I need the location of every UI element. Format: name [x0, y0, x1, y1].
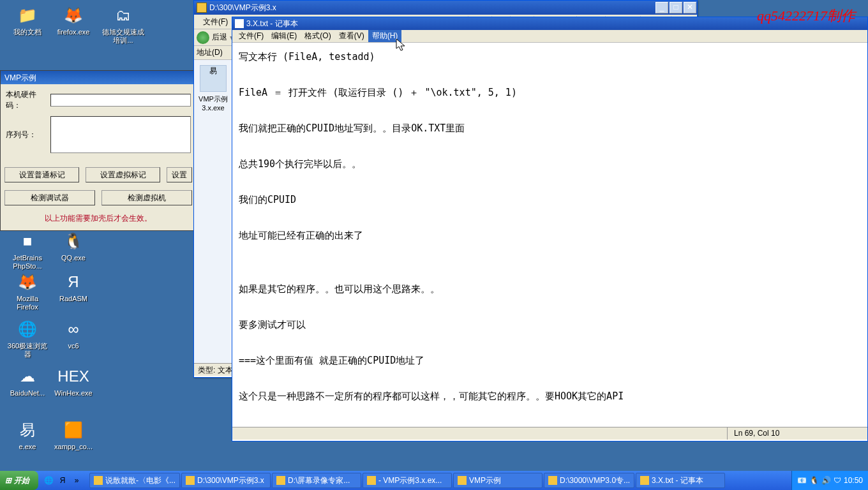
- ql-icon[interactable]: Я: [56, 473, 69, 487]
- clock[interactable]: 10:50: [844, 476, 863, 485]
- task-icon: [94, 476, 103, 485]
- app-icon: 🌐: [16, 318, 39, 341]
- vmp-dialog: VMP示例 本机硬件码： 序列号： 设置普通标记 设置虚拟标记 设置 检测调试器…: [0, 70, 197, 231]
- np-file-menu[interactable]: 文件(F): [235, 30, 267, 42]
- np-view-menu[interactable]: 查看(V): [335, 30, 368, 42]
- desktop-icon[interactable]: 🗂德旭交规速成培训...: [101, 4, 146, 45]
- app-icon: 🗂: [112, 4, 135, 27]
- tray-icon[interactable]: 🐧: [809, 476, 819, 485]
- icon-label: vc6: [51, 342, 96, 350]
- taskbar-task[interactable]: D:\屏幕录像专家...: [272, 473, 361, 488]
- ql-icon[interactable]: 🌐: [42, 473, 55, 487]
- ql-icon[interactable]: »: [70, 473, 83, 487]
- icon-label: firefox.exe: [51, 28, 96, 36]
- explorer-title-text: D:\300\VMP示例3.x: [209, 3, 276, 13]
- max-button[interactable]: □: [670, 2, 682, 13]
- back-label[interactable]: 后退: [212, 32, 227, 43]
- vmp-title[interactable]: VMP示例: [1, 71, 196, 84]
- task-icon: [548, 476, 557, 485]
- sn-label: 序列号：: [6, 130, 50, 140]
- file-menu[interactable]: 文件(F): [198, 15, 233, 29]
- tray-icon[interactable]: 🔊: [821, 476, 831, 485]
- task-label: 3.X.txt - 记事本: [652, 475, 703, 486]
- desktop-icon[interactable]: 📁我的文档: [5, 4, 50, 36]
- app-icon: 🦊: [16, 271, 39, 293]
- task-label: - VMP示例3.x.ex...: [378, 475, 442, 486]
- min-button[interactable]: _: [655, 2, 668, 13]
- tray-icon[interactable]: 📧: [797, 476, 807, 485]
- hw-input[interactable]: [50, 94, 191, 107]
- desktop-icon[interactable]: 🐧QQ.exe: [51, 230, 96, 262]
- task-label: D:\300\VMP示例3.x: [197, 475, 264, 486]
- desktop-icon[interactable]: HEXWinHex.exe: [51, 365, 96, 397]
- icon-label: xampp_co...: [51, 443, 96, 451]
- np-format-menu[interactable]: 格式(O): [301, 30, 334, 42]
- desktop-icon[interactable]: ☁BaiduNet...: [5, 365, 50, 397]
- btn-detect-vm[interactable]: 检测虚拟机: [101, 190, 192, 205]
- app-icon: ☁: [16, 365, 39, 388]
- start-button[interactable]: ⊞ 开始: [0, 471, 38, 490]
- desktop-icon[interactable]: 🌐360极速浏览器: [5, 318, 50, 359]
- btn-virtual-mark[interactable]: 设置虚拟标记: [86, 167, 160, 182]
- desktop-icon[interactable]: 🦊Mozilla Firefox: [5, 271, 50, 311]
- app-icon: 🐧: [62, 230, 85, 253]
- desktop-icon[interactable]: 易e.exe: [5, 419, 50, 451]
- app-icon: ∞: [62, 318, 85, 341]
- app-icon: ■: [16, 230, 39, 253]
- notepad-menu: 文件(F) 编辑(E) 格式(O) 查看(V) 帮助(H): [232, 30, 867, 43]
- icon-label: 德旭交规速成培训...: [101, 28, 146, 45]
- taskbar: ⊞ 开始 🌐 Я » 说散就散-〈电影《...D:\300\VMP示例3.xD:…: [0, 471, 868, 490]
- taskbar-task[interactable]: - VMP示例3.x.ex...: [363, 473, 452, 488]
- explorer-titlebar[interactable]: D:\300\VMP示例3.x _ □ ✕: [194, 1, 697, 15]
- desktop-icon[interactable]: ■JetBrains PhpSto...: [5, 230, 50, 271]
- desktop-icon[interactable]: 🟧xampp_co...: [51, 419, 96, 451]
- task-icon: [640, 476, 649, 485]
- icon-label: e.exe: [5, 443, 50, 451]
- task-icon: [367, 476, 376, 485]
- icon-label: QQ.exe: [51, 254, 96, 262]
- icon-label: WinHex.exe: [51, 389, 96, 397]
- file-label: VMP示例3.x.exe: [197, 94, 230, 112]
- notepad-window: 3.X.txt - 记事本 文件(F) 编辑(E) 格式(O) 查看(V) 帮助…: [232, 17, 868, 442]
- addr-label: 地址(D): [197, 47, 223, 58]
- file-icon[interactable]: 易: [200, 65, 227, 92]
- taskbar-task[interactable]: 3.X.txt - 记事本: [636, 473, 725, 488]
- back-icon[interactable]: [197, 31, 209, 44]
- quick-launch: 🌐 Я »: [38, 473, 87, 487]
- taskbar-task[interactable]: VMP示例: [453, 473, 542, 488]
- folder-icon: [197, 3, 207, 13]
- task-label: D:\屏幕录像专家...: [288, 475, 350, 486]
- hw-label: 本机硬件码：: [6, 89, 50, 111]
- desktop-icon[interactable]: ЯRadASM: [51, 271, 96, 303]
- explorer-file-panel: 易 VMP示例3.x.exe: [194, 60, 232, 363]
- btn-normal-mark[interactable]: 设置普通标记: [4, 167, 79, 182]
- icon-label: BaiduNet...: [5, 389, 50, 397]
- system-tray[interactable]: 📧 🐧 🔊 🛡 10:50: [791, 471, 868, 490]
- vmp-warning: 以上功能需要加壳后才会生效。: [1, 209, 196, 230]
- close-button[interactable]: ✕: [684, 2, 696, 13]
- taskbar-task[interactable]: D:\300\VMP示例3.x: [181, 473, 271, 488]
- btn-set[interactable]: 设置: [167, 167, 192, 182]
- app-icon: Я: [62, 271, 85, 293]
- icon-label: RadASM: [51, 295, 96, 303]
- desktop-icon[interactable]: ∞vc6: [51, 318, 96, 350]
- notepad-text[interactable]: 写文本行 (FileA, testadd) FileA ＝ 打开文件 (取运行目…: [232, 43, 867, 427]
- app-icon: 🟧: [62, 419, 85, 442]
- icon-label: JetBrains PhpSto...: [5, 254, 50, 271]
- windows-icon: ⊞: [5, 476, 11, 485]
- btn-detect-debugger[interactable]: 检测调试器: [4, 190, 95, 205]
- app-icon: HEX: [62, 365, 85, 388]
- desktop-icon[interactable]: 🦊firefox.exe: [51, 4, 96, 36]
- np-edit-menu[interactable]: 编辑(E): [267, 30, 301, 42]
- tray-icon[interactable]: 🛡: [834, 476, 841, 485]
- sn-input[interactable]: [50, 116, 191, 153]
- app-icon: 易: [16, 419, 39, 442]
- cursor-position: Ln 69, Col 10: [727, 427, 867, 440]
- notepad-titlebar[interactable]: 3.X.txt - 记事本: [232, 17, 867, 30]
- icon-label: Mozilla Firefox: [5, 295, 50, 311]
- task-label: D:\3000\VMP3.0专...: [560, 475, 630, 486]
- app-icon: 🦊: [62, 4, 85, 27]
- taskbar-task[interactable]: 说散就散-〈电影《...: [89, 473, 180, 488]
- np-help-menu[interactable]: 帮助(H): [368, 30, 402, 42]
- taskbar-task[interactable]: D:\3000\VMP3.0专...: [544, 473, 634, 488]
